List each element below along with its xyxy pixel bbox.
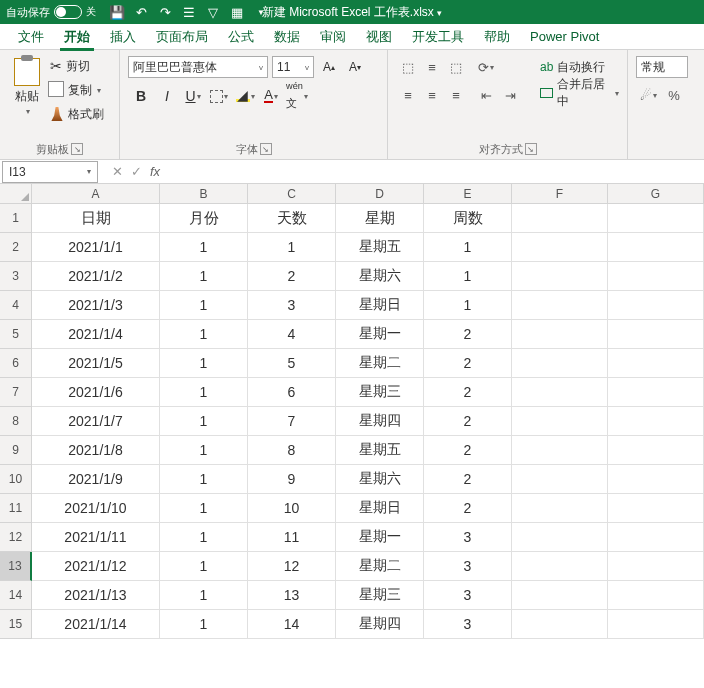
cell[interactable] <box>512 204 608 233</box>
align-center-icon[interactable]: ≡ <box>420 84 444 106</box>
cell[interactable]: 1 <box>160 291 248 320</box>
cell[interactable]: 星期四 <box>336 610 424 639</box>
currency-icon[interactable]: ☄▾ <box>636 84 660 106</box>
cell[interactable]: 2 <box>424 465 512 494</box>
cell[interactable]: 星期五 <box>336 436 424 465</box>
cell[interactable]: 星期四 <box>336 407 424 436</box>
cell[interactable]: 2021/1/1 <box>32 233 160 262</box>
cell[interactable]: 1 <box>160 262 248 291</box>
cell[interactable] <box>608 262 704 291</box>
cell[interactable] <box>608 233 704 262</box>
cell[interactable]: 2021/1/8 <box>32 436 160 465</box>
column-header[interactable]: B <box>160 184 248 204</box>
cell[interactable] <box>608 320 704 349</box>
cell[interactable]: 星期三 <box>336 378 424 407</box>
cell[interactable]: 1 <box>424 233 512 262</box>
column-header[interactable]: F <box>512 184 608 204</box>
cell[interactable]: 3 <box>424 552 512 581</box>
cut-button[interactable]: ✂剪切 <box>50 56 104 76</box>
column-header[interactable]: E <box>424 184 512 204</box>
row-header[interactable]: 14 <box>0 581 32 610</box>
cell[interactable]: 星期六 <box>336 262 424 291</box>
decrease-font-icon[interactable]: A▾ <box>344 56 366 78</box>
row-header[interactable]: 7 <box>0 378 32 407</box>
row-header[interactable]: 13 <box>0 552 32 581</box>
column-header[interactable]: A <box>32 184 160 204</box>
row-header[interactable]: 2 <box>0 233 32 262</box>
cell[interactable]: 星期一 <box>336 320 424 349</box>
cell[interactable]: 2021/1/2 <box>32 262 160 291</box>
column-header[interactable]: G <box>608 184 704 204</box>
tab-数据[interactable]: 数据 <box>264 24 310 50</box>
cell[interactable]: 1 <box>424 291 512 320</box>
cell[interactable]: 星期日 <box>336 291 424 320</box>
increase-indent-icon[interactable]: ⇥ <box>498 84 522 106</box>
cell[interactable]: 2 <box>424 349 512 378</box>
cell[interactable]: 1 <box>248 233 336 262</box>
cell[interactable]: 2 <box>424 320 512 349</box>
cell[interactable]: 星期 <box>336 204 424 233</box>
wrap-text-button[interactable]: ab自动换行 <box>540 56 619 78</box>
tab-页面布局[interactable]: 页面布局 <box>146 24 218 50</box>
cell[interactable]: 1 <box>160 523 248 552</box>
align-bottom-icon[interactable]: ⬚ <box>444 56 468 78</box>
border-button[interactable]: ▾ <box>206 84 232 108</box>
cell[interactable]: 2 <box>424 378 512 407</box>
cell[interactable] <box>608 610 704 639</box>
column-header[interactable]: C <box>248 184 336 204</box>
cell[interactable]: 2021/1/7 <box>32 407 160 436</box>
row-header[interactable]: 10 <box>0 465 32 494</box>
cell[interactable]: 13 <box>248 581 336 610</box>
cell[interactable]: 1 <box>160 407 248 436</box>
cell[interactable]: 星期二 <box>336 349 424 378</box>
row-header[interactable]: 11 <box>0 494 32 523</box>
font-size-select[interactable]: 11v <box>272 56 314 78</box>
cell[interactable]: 2021/1/4 <box>32 320 160 349</box>
cell[interactable]: 天数 <box>248 204 336 233</box>
format-painter-button[interactable]: 格式刷 <box>50 104 104 124</box>
cell[interactable] <box>512 523 608 552</box>
cell[interactable]: 星期二 <box>336 552 424 581</box>
fx-icon[interactable]: fx <box>150 164 160 179</box>
filter-icon[interactable]: ▽ <box>206 5 220 19</box>
cell[interactable] <box>512 552 608 581</box>
tab-Power Pivot[interactable]: Power Pivot <box>520 25 609 48</box>
cell[interactable]: 2021/1/5 <box>32 349 160 378</box>
cell[interactable]: 1 <box>160 552 248 581</box>
dialog-launcher-icon[interactable]: ↘ <box>525 143 537 155</box>
row-header[interactable]: 6 <box>0 349 32 378</box>
copy-button[interactable]: 复制▾ <box>50 80 104 100</box>
row-header[interactable]: 1 <box>0 204 32 233</box>
row-header[interactable]: 8 <box>0 407 32 436</box>
cell[interactable]: 3 <box>424 523 512 552</box>
cell[interactable]: 周数 <box>424 204 512 233</box>
cell[interactable]: 1 <box>160 436 248 465</box>
cell[interactable] <box>512 262 608 291</box>
cell[interactable]: 2021/1/9 <box>32 465 160 494</box>
cell[interactable]: 3 <box>424 610 512 639</box>
fill-color-button[interactable]: ◢▾ <box>232 84 258 108</box>
cell[interactable]: 1 <box>160 610 248 639</box>
decrease-indent-icon[interactable]: ⇤ <box>474 84 498 106</box>
cell[interactable]: 7 <box>248 407 336 436</box>
italic-button[interactable]: I <box>154 84 180 108</box>
cell[interactable]: 2021/1/13 <box>32 581 160 610</box>
cell[interactable]: 8 <box>248 436 336 465</box>
formula-input[interactable] <box>168 161 704 183</box>
cell[interactable] <box>512 581 608 610</box>
touch-mode-icon[interactable]: ☰ <box>182 5 196 19</box>
cell[interactable]: 10 <box>248 494 336 523</box>
cell[interactable]: 星期日 <box>336 494 424 523</box>
number-format-select[interactable]: 常规 <box>636 56 688 78</box>
cell[interactable]: 1 <box>160 581 248 610</box>
cell[interactable]: 12 <box>248 552 336 581</box>
percent-icon[interactable]: % <box>662 84 686 106</box>
cell[interactable]: 2 <box>424 407 512 436</box>
redo-icon[interactable]: ↷ <box>158 5 172 19</box>
phonetic-button[interactable]: wén文▾ <box>284 84 310 108</box>
cell[interactable] <box>512 320 608 349</box>
tab-公式[interactable]: 公式 <box>218 24 264 50</box>
orientation-icon[interactable]: ⟳▾ <box>474 56 498 78</box>
merge-center-button[interactable]: 合并后居中▾ <box>540 82 619 104</box>
cell[interactable]: 星期六 <box>336 465 424 494</box>
